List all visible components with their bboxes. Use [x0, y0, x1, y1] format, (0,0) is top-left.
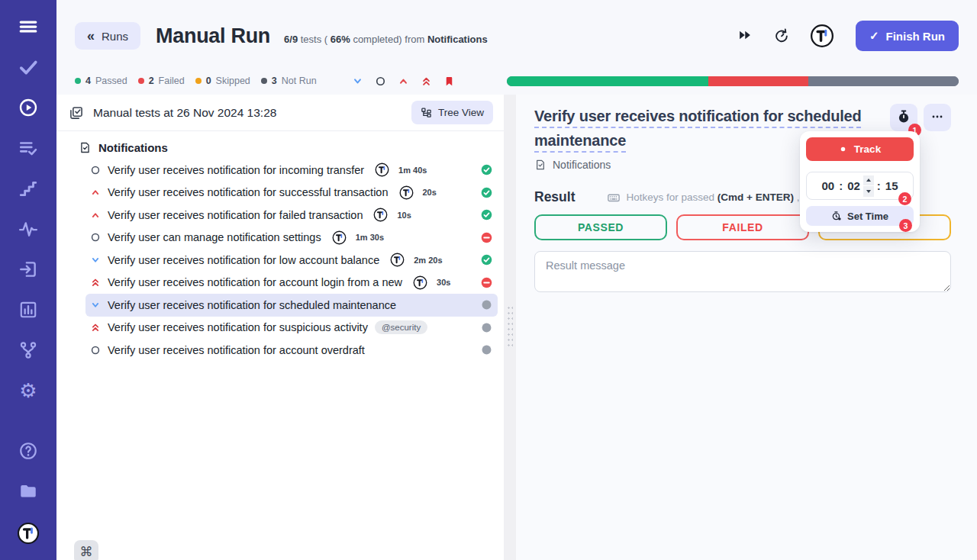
severity-filter-low-button[interactable] [352, 76, 363, 87]
chevron-up-icon [398, 78, 409, 89]
sidebar-branch-icon[interactable] [18, 340, 38, 360]
severity-down-icon [90, 300, 101, 311]
result-label: Result [534, 189, 575, 205]
severity-circle-icon [90, 345, 101, 356]
severity-filter-high-button[interactable] [398, 76, 409, 87]
skipped-dot-icon [195, 78, 202, 84]
time-input: 00 : 02 : 15 2 [806, 172, 914, 200]
time-tracking-popup: Track 00 : 02 : 15 2 [800, 131, 920, 232]
detail-header-buttons: 1 [890, 104, 951, 131]
test-duration: 30s [437, 278, 450, 287]
test-row[interactable]: Verify user receives notification for su… [85, 317, 498, 340]
severity-circle-icon [90, 165, 101, 175]
status-failed-icon [480, 276, 493, 289]
command-icon: ⌘ [80, 544, 93, 560]
ellipsis-icon [930, 109, 945, 127]
test-row[interactable]: Verify user receives notification for ac… [85, 339, 498, 362]
severity-dblup-icon [90, 277, 101, 288]
severity-up-icon [90, 210, 101, 220]
fast-forward-button[interactable] [737, 27, 753, 44]
severity-filter-critical-button[interactable] [421, 76, 432, 87]
test-list-panel: Manual tests at 26 Nov 2024 13:28 Tree V… [56, 95, 504, 560]
testomat-badge-icon [375, 163, 389, 177]
test-row[interactable]: Verify user receives notification for fa… [85, 204, 498, 227]
passed-button[interactable]: PASSED [534, 214, 667, 240]
test-row[interactable]: Verify user receives notification for lo… [85, 249, 498, 272]
more-options-button[interactable] [924, 104, 951, 131]
back-to-runs-label: Runs [102, 30, 128, 43]
bookmark-icon [443, 78, 455, 89]
severity-filters [352, 76, 455, 87]
passed-dot-icon [75, 78, 81, 84]
testomat-logo[interactable] [810, 24, 834, 48]
app-root: ⚙ « Runs Manual Run 6/9 tests ( 66% comp… [0, 0, 977, 560]
status-passed-icon [480, 253, 493, 266]
tree-view-button[interactable]: Tree View [411, 101, 493, 124]
check-icon: ✓ [869, 29, 879, 43]
sidebar-pulse-icon[interactable] [18, 219, 38, 239]
tree-view-icon [421, 107, 432, 118]
failed-button[interactable]: FAILED [676, 214, 809, 240]
finish-run-button[interactable]: ✓ Finish Run [856, 21, 959, 51]
sidebar-gear-icon[interactable]: ⚙ [18, 381, 38, 401]
testomat-badge-icon [413, 275, 427, 290]
folder-name: Notifications [98, 141, 168, 154]
track-button[interactable]: Track [806, 137, 914, 161]
sidebar-list-check-icon[interactable] [18, 138, 38, 158]
test-duration: 1m 30s [356, 233, 384, 242]
sidebar-help-icon[interactable] [18, 441, 38, 461]
severity-filter-blocker-button[interactable] [443, 76, 455, 87]
sidebar-logo-icon[interactable] [17, 522, 40, 545]
result-message-input[interactable] [534, 251, 951, 292]
test-row[interactable]: Verify user can manage notification sett… [85, 227, 498, 249]
content-area: Manual tests at 26 Nov 2024 13:28 Tree V… [56, 95, 977, 560]
sidebar-import-icon[interactable] [18, 259, 38, 279]
status-passed-icon [480, 186, 493, 199]
testomat-badge-icon [332, 230, 347, 245]
test-detail-panel: Verify user receives notification for sc… [516, 95, 977, 560]
stepper-down-button[interactable] [863, 186, 874, 197]
test-duration: 20s [423, 188, 437, 197]
test-duration: 10s [397, 211, 411, 220]
hours-field[interactable]: 00 [821, 179, 834, 192]
set-time-button[interactable]: Set Time 3 [806, 206, 914, 226]
test-row[interactable]: Verify user receives notification for in… [85, 159, 498, 182]
minutes-field[interactable]: 02 [847, 179, 860, 192]
test-row[interactable]: Verify user receives notification for su… [85, 182, 498, 204]
status-notrun-icon [480, 343, 493, 356]
folder-row[interactable]: Notifications [56, 131, 504, 159]
sidebar-steps-icon[interactable] [18, 179, 38, 198]
timer-button[interactable]: 1 [890, 104, 917, 131]
fast-forward-icon [737, 27, 753, 46]
topbar: « Runs Manual Run 6/9 tests ( 66% comple… [56, 0, 977, 67]
seconds-field[interactable]: 15 [885, 179, 898, 192]
step-badge-2: 2 [898, 192, 911, 205]
back-to-runs-button[interactable]: « Runs [75, 22, 140, 50]
progress-notrun [808, 76, 959, 86]
command-hotkey-button[interactable]: ⌘ [74, 540, 98, 560]
test-duration: 1m 40s [398, 166, 427, 175]
severity-circle-icon [90, 232, 101, 243]
stepper-up-button[interactable] [863, 175, 874, 186]
test-title: Verify user receives notification for sc… [108, 299, 396, 311]
sidebar-folder-icon[interactable] [18, 481, 38, 501]
stopwatch-icon [896, 109, 911, 127]
test-row[interactable]: Verify user receives notification for sc… [85, 294, 498, 317]
status-notrun-icon [480, 298, 493, 311]
sidebar-play-icon[interactable] [18, 98, 38, 117]
skipped-count: 0 Skipped [195, 76, 250, 86]
test-row[interactable]: Verify user receives notification for ac… [85, 272, 498, 294]
status-passed-icon [480, 208, 493, 221]
status-notrun-icon [480, 321, 493, 334]
stopwatch-gear-icon [831, 211, 842, 221]
sidebar-check-icon[interactable] [18, 57, 38, 77]
sidebar-menu-icon[interactable] [18, 17, 38, 37]
retry-timer-button[interactable] [773, 27, 790, 44]
test-tag: @security [375, 320, 427, 334]
sidebar-chart-icon[interactable] [18, 300, 38, 320]
step-badge-3: 3 [899, 219, 912, 232]
run-progress-summary: 6/9 tests ( 66% completed) from Notifica… [284, 34, 488, 45]
panel-splitter[interactable] [504, 95, 516, 560]
severity-filter-normal-button[interactable] [375, 76, 386, 87]
progress-failed [708, 76, 809, 86]
